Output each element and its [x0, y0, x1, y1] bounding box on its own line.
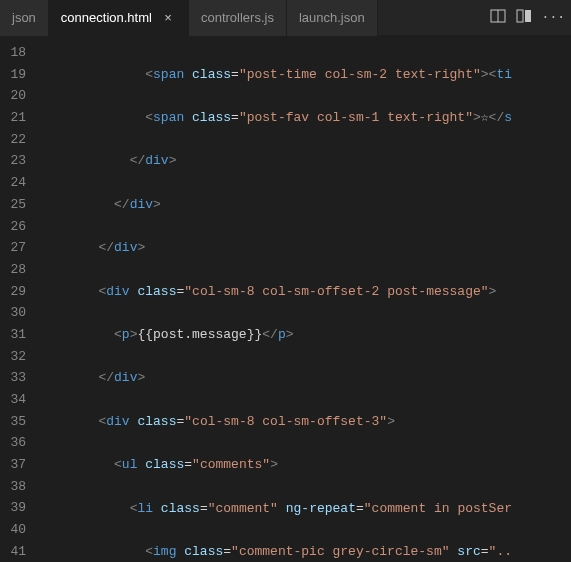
code-line: </div> — [36, 237, 571, 259]
line-number: 22 — [0, 129, 26, 151]
code-line: <div class="col-sm-8 col-sm-offset-2 pos… — [36, 281, 571, 303]
line-number: 39 — [0, 497, 26, 519]
line-number: 28 — [0, 259, 26, 281]
editor[interactable]: 18 19 20 21 22 23 24 25 26 27 28 29 30 3… — [0, 36, 571, 562]
tab-label: launch.json — [299, 10, 365, 25]
line-number: 30 — [0, 302, 26, 324]
code-line: <p>{{post.message}}</p> — [36, 324, 571, 346]
code-line: <div class="col-sm-8 col-sm-offset-3"> — [36, 411, 571, 433]
line-number: 29 — [0, 281, 26, 303]
tab-json[interactable]: json — [0, 0, 49, 36]
more-icon[interactable]: ··· — [542, 10, 565, 25]
code-line: </div> — [36, 194, 571, 216]
code-line: <span class="post-time col-sm-2 text-rig… — [36, 64, 571, 86]
tab-label: controllers.js — [201, 10, 274, 25]
line-number: 19 — [0, 64, 26, 86]
line-number: 26 — [0, 216, 26, 238]
tab-actions: ··· — [490, 8, 571, 28]
tab-label: json — [12, 10, 36, 25]
line-number: 18 — [0, 42, 26, 64]
line-number: 20 — [0, 85, 26, 107]
line-number: 33 — [0, 367, 26, 389]
tab-label: connection.html — [61, 10, 152, 25]
line-number: 38 — [0, 476, 26, 498]
line-number: 41 — [0, 541, 26, 562]
line-number: 25 — [0, 194, 26, 216]
compare-icon[interactable] — [490, 8, 506, 28]
code-line: <li class="comment" ng-repeat="comment i… — [36, 498, 571, 520]
tab-bar: json connection.html × controllers.js la… — [0, 0, 571, 36]
line-number: 35 — [0, 411, 26, 433]
code-line: <img class="comment-pic grey-circle-sm" … — [36, 541, 571, 562]
code-area[interactable]: <span class="post-time col-sm-2 text-rig… — [36, 36, 571, 562]
line-number-gutter: 18 19 20 21 22 23 24 25 26 27 28 29 30 3… — [0, 36, 36, 562]
line-number: 40 — [0, 519, 26, 541]
tab-launch-json[interactable]: launch.json — [287, 0, 378, 36]
line-number: 37 — [0, 454, 26, 476]
line-number: 31 — [0, 324, 26, 346]
tab-connection-html[interactable]: connection.html × — [49, 0, 189, 36]
line-number: 27 — [0, 237, 26, 259]
code-line: <ul class="comments"> — [36, 454, 571, 476]
svg-rect-3 — [525, 10, 531, 22]
line-number: 24 — [0, 172, 26, 194]
close-icon[interactable]: × — [160, 10, 176, 25]
code-line: </div> — [36, 150, 571, 172]
line-number: 32 — [0, 346, 26, 368]
code-line: <span class="post-fav col-sm-1 text-righ… — [36, 107, 571, 129]
code-line: </div> — [36, 367, 571, 389]
line-number: 23 — [0, 150, 26, 172]
svg-rect-2 — [517, 10, 523, 22]
line-number: 21 — [0, 107, 26, 129]
line-number: 36 — [0, 432, 26, 454]
split-icon[interactable] — [516, 8, 532, 28]
tab-controllers-js[interactable]: controllers.js — [189, 0, 287, 36]
line-number: 34 — [0, 389, 26, 411]
